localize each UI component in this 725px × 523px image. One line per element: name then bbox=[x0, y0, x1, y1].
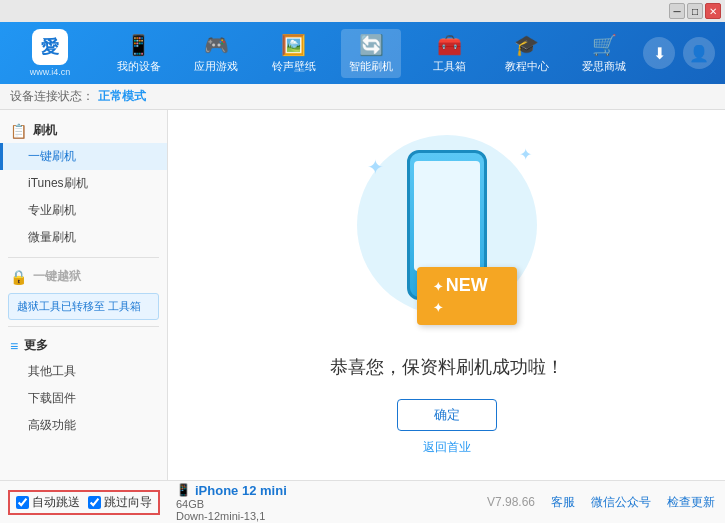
sidebar-item-itunes-flash[interactable]: iTunes刷机 bbox=[0, 170, 167, 197]
close-button[interactable]: ✕ bbox=[705, 3, 721, 19]
nav-tools-label: 工具箱 bbox=[433, 59, 466, 74]
nav-apps[interactable]: 🎮 应用游戏 bbox=[186, 29, 246, 78]
title-bar: ─ □ ✕ bbox=[0, 0, 725, 22]
jailbreak-info-text: 越狱工具已转移至 工具箱 bbox=[17, 300, 141, 312]
logo-icon: 愛 bbox=[32, 29, 68, 65]
sidebar-section-jailbreak-header: 🔒 一键越狱 bbox=[0, 264, 167, 289]
maximize-button[interactable]: □ bbox=[687, 3, 703, 19]
flash-section-title: 刷机 bbox=[33, 122, 57, 139]
checkboxes-group: 自动跳送 跳过向导 bbox=[10, 492, 158, 513]
nav-apps-label: 应用游戏 bbox=[194, 59, 238, 74]
download-button[interactable]: ⬇ bbox=[643, 37, 675, 69]
status-label: 设备连接状态： bbox=[10, 88, 94, 105]
sparkle-tr-icon: ✦ bbox=[519, 145, 532, 164]
jailbreak-section-title: 一键越狱 bbox=[33, 268, 81, 285]
itunes-flash-label: iTunes刷机 bbox=[28, 176, 88, 190]
status-value: 正常模式 bbox=[98, 88, 146, 105]
other-tools-label: 其他工具 bbox=[28, 364, 76, 378]
skip-wizard-label: 跳过向导 bbox=[104, 494, 152, 511]
check-update-link[interactable]: 检查更新 bbox=[667, 494, 715, 511]
device-firmware: Down-12mini-13,1 bbox=[176, 510, 287, 522]
tutorials-icon: 🎓 bbox=[514, 33, 539, 57]
nav-store[interactable]: 🛒 爱思商城 bbox=[574, 29, 634, 78]
phone-illustration: ✦ ✦ NEW bbox=[347, 135, 547, 335]
success-message: 恭喜您，保资料刷机成功啦！ bbox=[330, 355, 564, 379]
nav-my-device[interactable]: 📱 我的设备 bbox=[109, 29, 169, 78]
sparkle-tl-icon: ✦ bbox=[367, 155, 384, 179]
smart-flash-icon: 🔄 bbox=[359, 33, 384, 57]
sidebar-section-more-header: ≡ 更多 bbox=[0, 333, 167, 358]
account-button[interactable]: 👤 bbox=[683, 37, 715, 69]
more-section-icon: ≡ bbox=[10, 338, 18, 354]
nav-smart-flash[interactable]: 🔄 智能刷机 bbox=[341, 29, 401, 78]
skip-wizard-checkbox[interactable]: 跳过向导 bbox=[88, 494, 152, 511]
nav-wallpaper-label: 铃声壁纸 bbox=[272, 59, 316, 74]
nav-tools[interactable]: 🧰 工具箱 bbox=[419, 29, 479, 78]
wallpaper-icon: 🖼️ bbox=[281, 33, 306, 57]
device-name: iPhone 12 mini bbox=[195, 483, 287, 498]
auto-jump-checkbox[interactable]: 自动跳送 bbox=[16, 494, 80, 511]
version-label: V7.98.66 bbox=[487, 495, 535, 509]
nav-bar: 📱 我的设备 🎮 应用游戏 🖼️ 铃声壁纸 🔄 智能刷机 🧰 工具箱 🎓 教程中… bbox=[100, 29, 643, 78]
sidebar-item-one-click-flash[interactable]: 一键刷机 bbox=[0, 143, 167, 170]
auto-jump-input[interactable] bbox=[16, 496, 29, 509]
wechat-link[interactable]: 微信公众号 bbox=[591, 494, 651, 511]
device-info: 📱 iPhone 12 mini 64GB Down-12mini-13,1 bbox=[176, 483, 287, 522]
nav-tutorials-label: 教程中心 bbox=[505, 59, 549, 74]
device-phone-icon: 📱 bbox=[176, 483, 191, 497]
logo-url: www.i4.cn bbox=[30, 67, 71, 77]
confirm-button[interactable]: 确定 bbox=[397, 399, 497, 431]
minimize-button[interactable]: ─ bbox=[669, 3, 685, 19]
nav-tutorials[interactable]: 🎓 教程中心 bbox=[497, 29, 557, 78]
header-right: ⬇ 👤 bbox=[643, 37, 715, 69]
nav-store-label: 爱思商城 bbox=[582, 59, 626, 74]
download-fw-label: 下载固件 bbox=[28, 391, 76, 405]
nav-smart-flash-label: 智能刷机 bbox=[349, 59, 393, 74]
apps-icon: 🎮 bbox=[204, 33, 229, 57]
jailbreak-info-box: 越狱工具已转移至 工具箱 bbox=[8, 293, 159, 320]
micro-flash-label: 微量刷机 bbox=[28, 230, 76, 244]
sidebar-divider-2 bbox=[8, 326, 159, 327]
one-click-flash-label: 一键刷机 bbox=[28, 149, 76, 163]
jailbreak-section-icon: 🔒 bbox=[10, 269, 27, 285]
more-section-title: 更多 bbox=[24, 337, 48, 354]
logo[interactable]: 愛 www.i4.cn bbox=[10, 29, 90, 77]
nav-my-device-label: 我的设备 bbox=[117, 59, 161, 74]
sidebar-item-download-fw[interactable]: 下载固件 bbox=[0, 385, 167, 412]
my-device-icon: 📱 bbox=[126, 33, 151, 57]
customer-service-link[interactable]: 客服 bbox=[551, 494, 575, 511]
back-link[interactable]: 返回首业 bbox=[423, 439, 471, 456]
bottom-bar: 自动跳送 跳过向导 📱 iPhone 12 mini 64GB Down-12m… bbox=[0, 480, 725, 523]
advanced-label: 高级功能 bbox=[28, 418, 76, 432]
store-icon: 🛒 bbox=[592, 33, 617, 57]
device-storage: 64GB bbox=[176, 498, 287, 510]
phone-screen bbox=[414, 161, 480, 271]
sidebar-item-pro-flash[interactable]: 专业刷机 bbox=[0, 197, 167, 224]
content-area: ✦ ✦ NEW 恭喜您，保资料刷机成功啦！ 确定 返回首业 bbox=[168, 110, 725, 480]
bottom-left: 自动跳送 跳过向导 📱 iPhone 12 mini 64GB Down-12m… bbox=[10, 483, 487, 522]
sidebar-item-other-tools[interactable]: 其他工具 bbox=[0, 358, 167, 385]
main-layout: 📋 刷机 一键刷机 iTunes刷机 专业刷机 微量刷机 🔒 一键越狱 bbox=[0, 110, 725, 480]
new-badge: NEW bbox=[417, 267, 517, 325]
sidebar-section-flash-header: 📋 刷机 bbox=[0, 118, 167, 143]
pro-flash-label: 专业刷机 bbox=[28, 203, 76, 217]
sidebar-section-flash: 📋 刷机 一键刷机 iTunes刷机 专业刷机 微量刷机 bbox=[0, 118, 167, 251]
status-bar: 设备连接状态： 正常模式 bbox=[0, 84, 725, 110]
auto-jump-label: 自动跳送 bbox=[32, 494, 80, 511]
skip-wizard-input[interactable] bbox=[88, 496, 101, 509]
sidebar-item-micro-flash[interactable]: 微量刷机 bbox=[0, 224, 167, 251]
sidebar-item-advanced[interactable]: 高级功能 bbox=[0, 412, 167, 439]
confirm-button-label: 确定 bbox=[434, 406, 460, 424]
header: 愛 www.i4.cn 📱 我的设备 🎮 应用游戏 🖼️ 铃声壁纸 🔄 智能刷机… bbox=[0, 22, 725, 84]
sidebar-section-jailbreak: 🔒 一键越狱 越狱工具已转移至 工具箱 bbox=[0, 264, 167, 320]
sidebar: 📋 刷机 一键刷机 iTunes刷机 专业刷机 微量刷机 🔒 一键越狱 bbox=[0, 110, 168, 480]
nav-wallpaper[interactable]: 🖼️ 铃声壁纸 bbox=[264, 29, 324, 78]
tools-icon: 🧰 bbox=[437, 33, 462, 57]
sidebar-divider-1 bbox=[8, 257, 159, 258]
bottom-right: V7.98.66 客服 微信公众号 检查更新 bbox=[487, 494, 715, 511]
flash-section-icon: 📋 bbox=[10, 123, 27, 139]
sidebar-section-more: ≡ 更多 其他工具 下载固件 高级功能 bbox=[0, 333, 167, 439]
